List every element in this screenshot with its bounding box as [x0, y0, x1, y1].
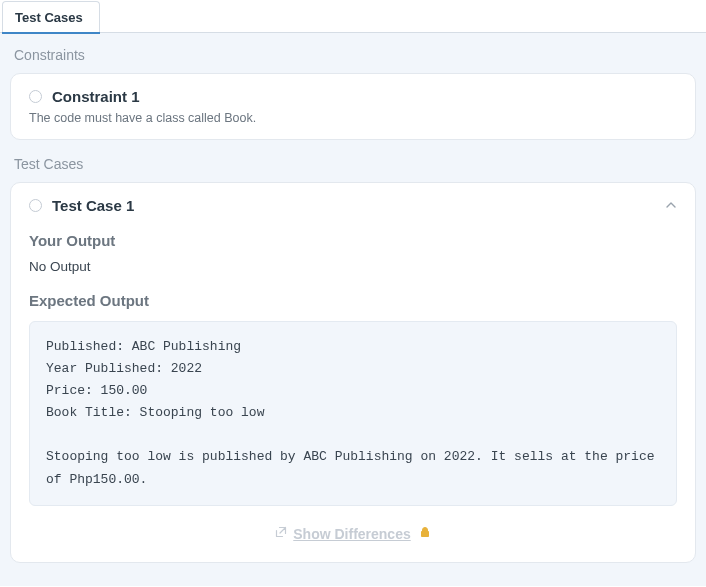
tab-test-cases[interactable]: Test Cases — [2, 1, 100, 33]
testcase-1-card: Test Case 1 Your Output No Output Expect… — [10, 182, 696, 563]
constraint-header: Constraint 1 — [29, 88, 677, 105]
status-circle-icon — [29, 199, 42, 212]
expected-output-value: Published: ABC Publishing Year Published… — [29, 321, 677, 506]
constraint-title: Constraint 1 — [52, 88, 140, 105]
show-differences-link[interactable]: Show Differences — [275, 526, 430, 542]
tab-label: Test Cases — [15, 10, 83, 25]
tab-active-indicator — [2, 32, 100, 34]
show-differences-row: Show Differences — [29, 526, 677, 542]
tab-bar: Test Cases — [0, 0, 706, 33]
section-label-constraints: Constraints — [10, 43, 696, 73]
testcase-1-title: Test Case 1 — [52, 197, 134, 214]
your-output-heading: Your Output — [29, 232, 677, 249]
expand-icon — [275, 526, 287, 541]
constraint-description: The code must have a class called Book. — [29, 111, 677, 125]
show-differences-label: Show Differences — [293, 526, 410, 542]
lock-icon — [419, 526, 431, 541]
page-body: Constraints Constraint 1 The code must h… — [0, 33, 706, 586]
your-output-value: No Output — [29, 259, 677, 274]
section-label-testcases: Test Cases — [10, 152, 696, 182]
expected-output-heading: Expected Output — [29, 292, 677, 309]
constraint-card[interactable]: Constraint 1 The code must have a class … — [10, 73, 696, 140]
chevron-up-icon — [665, 199, 677, 213]
status-circle-icon — [29, 90, 42, 103]
testcase-1-header[interactable]: Test Case 1 — [29, 197, 677, 214]
